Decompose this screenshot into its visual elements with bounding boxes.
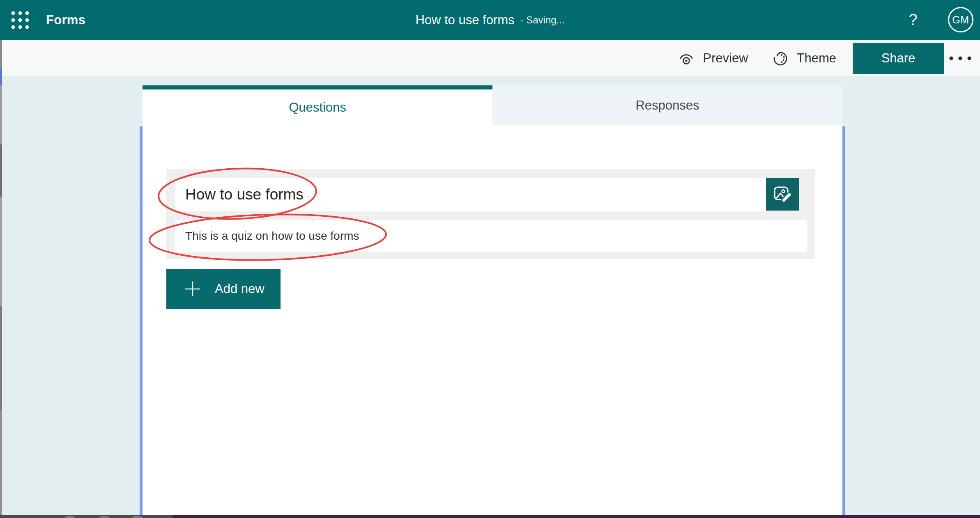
share-label: Share	[881, 51, 916, 66]
avatar[interactable]: GM	[948, 7, 973, 32]
image-edit-icon	[773, 184, 792, 204]
guide-line-right	[842, 126, 845, 515]
eye-icon	[677, 49, 695, 67]
preview-label: Preview	[703, 51, 748, 66]
ellipsis-icon	[948, 56, 972, 61]
tab-bar: Questions Responses	[143, 85, 842, 126]
form-editor-card: Questions Responses How to use forms Thi…	[143, 85, 842, 515]
form-description-input[interactable]: This is a quiz on how to use forms	[175, 220, 807, 252]
guide-line-left	[140, 126, 143, 515]
taskbar-sliver	[0, 515, 980, 518]
app-header: Forms How to use forms - Saving... ? GM	[0, 0, 980, 40]
saving-status: - Saving...	[520, 14, 565, 26]
add-new-button[interactable]: Add new	[166, 269, 281, 309]
form-header-block: How to use forms This is a quiz on how t…	[166, 169, 815, 259]
palette-icon	[771, 49, 789, 67]
plus-icon	[184, 281, 201, 297]
document-title-area: How to use forms - Saving...	[0, 0, 980, 40]
preview-button[interactable]: Preview	[677, 49, 748, 67]
document-title: How to use forms	[415, 13, 514, 28]
form-description-value: This is a quiz on how to use forms	[185, 229, 359, 243]
insert-image-button[interactable]	[766, 178, 799, 211]
form-title-value: How to use forms	[185, 186, 304, 203]
waffle-grid-icon	[11, 11, 30, 30]
tab-questions[interactable]: Questions	[143, 85, 492, 126]
tab-responses[interactable]: Responses	[492, 85, 842, 126]
add-new-label: Add new	[215, 282, 265, 296]
app-launcher-icon[interactable]	[11, 11, 30, 30]
tab-responses-label: Responses	[635, 98, 699, 113]
help-icon[interactable]: ?	[904, 0, 922, 40]
form-title-input[interactable]: How to use forms	[175, 178, 766, 211]
tab-questions-label: Questions	[289, 100, 346, 115]
command-toolbar: Preview Theme Share	[0, 40, 980, 76]
theme-button[interactable]: Theme	[771, 49, 836, 67]
more-options-button[interactable]	[944, 43, 977, 74]
share-button[interactable]: Share	[853, 43, 944, 74]
theme-label: Theme	[797, 51, 836, 66]
app-name[interactable]: Forms	[46, 0, 85, 40]
window-edge-artifact	[0, 40, 2, 515]
